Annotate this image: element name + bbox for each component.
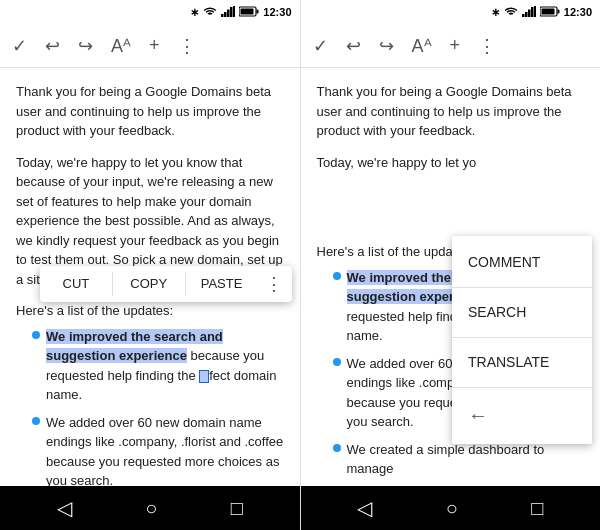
bullets-header-left: Here's a list of the updates: (16, 301, 284, 321)
signal-icon-right (522, 6, 536, 19)
add-button[interactable]: + (149, 35, 160, 56)
format-button-right[interactable]: Aᴬ (412, 35, 432, 57)
redo-button[interactable]: ↪ (78, 35, 93, 57)
context-more-button[interactable]: ⋮ (257, 271, 291, 298)
home-nav-left[interactable]: ○ (145, 497, 157, 520)
paragraph-1-left: Thank you for being a Google Domains bet… (16, 82, 284, 141)
home-nav-right[interactable]: ○ (446, 497, 458, 520)
search-menu-item[interactable]: SEARCH (452, 290, 592, 335)
bullet-list-left: We improved the search and suggestion ex… (16, 327, 284, 487)
dropdown-back-button[interactable]: ← (452, 390, 592, 440)
paste-button[interactable]: PASTE (186, 266, 258, 302)
svg-rect-3 (230, 7, 233, 17)
left-panel: ∗ 12:30 ✓ ↩ ↪ Aᴬ + ⋮ Thank you for being… (0, 0, 300, 530)
bullet-item-1-left: We improved the search and suggestion ex… (32, 327, 284, 405)
svg-rect-7 (241, 8, 254, 14)
svg-rect-12 (534, 6, 536, 17)
wifi-icon (203, 6, 217, 19)
dropdown-divider-1 (452, 287, 592, 288)
nav-bar-left: ◁ ○ □ (0, 486, 300, 530)
wifi-icon-right (504, 6, 518, 19)
bullet-dot-3-right (333, 444, 341, 452)
back-nav-left[interactable]: ◁ (57, 496, 72, 520)
right-panel: ∗ 12:30 ✓ ↩ ↪ Aᴬ + ⋮ Thank you for being… (301, 0, 601, 530)
dropdown-divider-2 (452, 337, 592, 338)
svg-rect-8 (522, 14, 525, 17)
bullet-item-3-right: We created a simple dashboard to manage (333, 440, 585, 479)
battery-icon (239, 6, 259, 19)
bullet-text-2-left: We added over 60 new domain name endings… (46, 413, 284, 487)
svg-rect-0 (221, 14, 224, 17)
back-nav-right[interactable]: ◁ (357, 496, 372, 520)
time-left: 12:30 (263, 6, 291, 18)
cursor-box-left (199, 370, 209, 383)
bullet-text-3-right: We created a simple dashboard to manage (347, 440, 585, 479)
nav-bar-right: ◁ ○ □ (301, 486, 601, 530)
bullets-section-left: Here's a list of the updates: We improve… (16, 301, 284, 486)
bluetooth-icon: ∗ (190, 6, 199, 19)
paragraph-1-right: Thank you for being a Google Domains bet… (317, 82, 585, 141)
svg-rect-2 (227, 9, 230, 17)
check-button-right[interactable]: ✓ (313, 35, 328, 57)
svg-rect-6 (257, 9, 259, 13)
svg-rect-10 (528, 9, 531, 17)
dropdown-menu-right: COMMENT SEARCH TRANSLATE ← (452, 236, 592, 444)
undo-button[interactable]: ↩ (45, 35, 60, 57)
more-button-right[interactable]: ⋮ (478, 35, 496, 57)
bullet-item-2-left: We added over 60 new domain name endings… (32, 413, 284, 487)
copy-button[interactable]: COPY (113, 266, 185, 302)
bullet-text-1-left: We improved the search and suggestion ex… (46, 327, 284, 405)
cut-button[interactable]: CUT (40, 266, 112, 302)
dropdown-divider-3 (452, 387, 592, 388)
time-right: 12:30 (564, 6, 592, 18)
comment-menu-item[interactable]: COMMENT (452, 240, 592, 285)
paragraph-2-right: Today, we're happy to let yo (317, 153, 585, 173)
translate-menu-item[interactable]: TRANSLATE (452, 340, 592, 385)
svg-rect-11 (531, 7, 534, 17)
bullet-dot-2-right (333, 358, 341, 366)
svg-rect-1 (224, 12, 227, 17)
bullet-dot-2-left (32, 417, 40, 425)
redo-button-right[interactable]: ↪ (379, 35, 394, 57)
content-left: Thank you for being a Google Domains bet… (0, 68, 300, 486)
format-button[interactable]: Aᴬ (111, 35, 131, 57)
battery-icon-right (540, 6, 560, 19)
bluetooth-icon-right: ∗ (491, 6, 500, 19)
svg-rect-14 (557, 9, 559, 13)
bullet-dot-1-left (32, 331, 40, 339)
svg-rect-4 (233, 6, 235, 17)
svg-rect-9 (525, 12, 528, 17)
recent-nav-right[interactable]: □ (531, 497, 543, 520)
svg-rect-15 (541, 8, 554, 14)
context-menu-bar: CUT COPY PASTE ⋮ (40, 266, 292, 302)
check-button[interactable]: ✓ (12, 35, 27, 57)
status-bar-left: ∗ 12:30 (0, 0, 300, 24)
undo-button-right[interactable]: ↩ (346, 35, 361, 57)
more-button[interactable]: ⋮ (178, 35, 196, 57)
content-right: Thank you for being a Google Domains bet… (301, 68, 601, 486)
recent-nav-left[interactable]: □ (231, 497, 243, 520)
toolbar-left: ✓ ↩ ↪ Aᴬ + ⋮ (0, 24, 300, 68)
status-bar-right: ∗ 12:30 (301, 0, 601, 24)
add-button-right[interactable]: + (450, 35, 461, 56)
signal-icon (221, 6, 235, 19)
bullet-dot-1-right (333, 272, 341, 280)
toolbar-right: ✓ ↩ ↪ Aᴬ + ⋮ (301, 24, 601, 68)
